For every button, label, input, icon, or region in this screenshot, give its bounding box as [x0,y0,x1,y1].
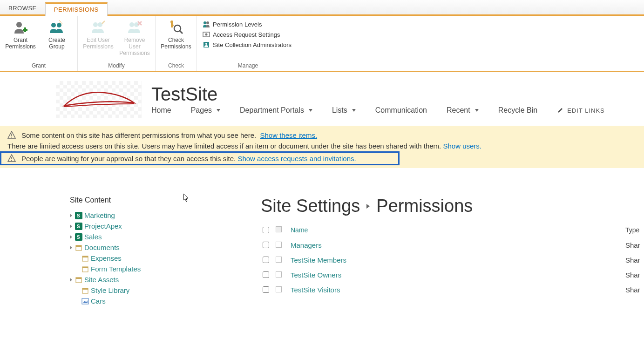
nav-lists[interactable]: Lists [332,106,356,115]
site-collection-admins-button[interactable]: Site Collection Administrators [203,41,291,48]
sidebar: Site Content SMarketingSProjectApexSSale… [70,196,219,306]
sidebar-item-projectapex[interactable]: SProjectApex [70,221,219,231]
column-header-name[interactable]: Name [291,226,619,234]
row-checkbox[interactable] [263,286,269,293]
expand-caret-icon[interactable] [70,246,72,250]
nav-recycle-label: Recycle Bin [498,106,537,115]
row-edit-icon[interactable] [276,286,282,292]
sidebar-tree: SMarketingSProjectApexSSalesDocumentsExp… [70,210,219,306]
add-user-icon [13,20,28,35]
row-edit-icon[interactable] [276,257,282,263]
top-nav: Home Pages Department Portals Lists Comm… [151,106,644,115]
group-name-link[interactable]: TestSite Visitors [291,286,619,294]
permission-row: TestSite VisitorsShar [261,282,644,297]
group-name-link[interactable]: TestSite Owners [291,271,619,279]
row-edit-icon[interactable] [276,242,282,248]
show-users-link[interactable]: Show users. [443,142,481,150]
row-checkbox[interactable] [263,257,269,263]
notif-limited-access: There are limited access users on this s… [7,141,637,151]
sidebar-item-documents[interactable]: Documents [70,242,219,253]
sidebar-item-label: Form Templates [91,265,141,273]
nav-pages[interactable]: Pages [191,106,220,115]
sidebar-item-site-assets[interactable]: Site Assets [70,274,219,285]
sidebar-item-style-library[interactable]: Style Library [70,285,219,296]
svg-point-17 [206,21,209,24]
expand-caret-icon[interactable] [70,235,72,239]
select-all-checkbox[interactable] [263,227,269,233]
sidebar-item-form-templates[interactable]: Form Templates [70,264,219,274]
users-small-icon [203,20,210,28]
nav-home[interactable]: Home [151,106,171,115]
sidebar-item-cars[interactable]: Cars [70,296,219,306]
nav-communication[interactable]: Communication [375,106,427,115]
group-type: Shar [625,286,644,294]
access-request-settings-label: Access Request Settings [213,31,280,38]
row-checkbox[interactable] [263,242,269,248]
expand-caret-icon[interactable] [70,224,72,228]
sidebar-item-sales[interactable]: SSales [70,231,219,242]
check-permissions-label: Check Permissions [159,37,193,50]
ribbon-group-grant: Grant Permissions Create Group Grant [0,16,78,71]
svg-point-5 [93,22,98,27]
svg-text:S: S [77,224,80,229]
permission-levels-button[interactable]: Permission Levels [203,20,291,28]
svg-point-7 [129,22,134,27]
sidebar-item-label: Cars [91,297,106,305]
group-name-link[interactable]: TestSite Members [291,256,619,264]
svg-rect-37 [82,267,88,268]
chevron-down-icon [217,109,220,112]
notif-line3-text: People are waiting for your approval so … [21,155,236,162]
site-logo[interactable] [56,81,142,118]
sidebar-item-label: Site Assets [84,276,119,284]
svg-point-12 [170,20,173,23]
notif-pending-approval: People are waiting for your approval so … [0,151,400,165]
sidebar-item-expenses[interactable]: Expenses [70,253,219,264]
row-checkbox[interactable] [263,271,269,278]
svg-point-21 [205,43,207,45]
nav-recycle-bin[interactable]: Recycle Bin [498,106,537,115]
ribbon-group-modify-label: Modify [81,61,151,71]
nav-department-portals[interactable]: Department Portals [240,106,312,115]
svg-rect-41 [82,288,88,290]
group-name-link[interactable]: Managers [291,241,619,249]
key-search-icon [168,20,184,35]
create-group-label: Create Group [40,37,74,50]
svg-point-14 [174,25,181,32]
svg-rect-33 [76,245,81,247]
ribbon-group-manage-label: Manage [201,61,295,71]
show-these-items-link[interactable]: Show these items. [260,131,318,139]
svg-rect-35 [82,256,88,257]
site-header: TestSite Home Pages Department Portals L… [0,72,644,126]
nav-recent[interactable]: Recent [447,106,479,115]
access-request-settings-button[interactable]: Access Request Settings [203,31,291,38]
sidebar-title: Site Content [70,196,219,204]
grant-permissions-button[interactable]: Grant Permissions [4,18,37,50]
sidebar-item-label: Expenses [91,254,122,262]
create-group-button[interactable]: Create Group [40,18,74,50]
breadcrumb-site-settings[interactable]: Site Settings [261,196,360,216]
grant-permissions-label: Grant Permissions [4,37,37,50]
edit-links-button[interactable]: EDIT LINKS [557,107,605,114]
svg-point-3 [51,23,56,27]
svg-text:S: S [77,235,80,240]
tab-browse[interactable]: BROWSE [0,1,45,14]
expand-caret-icon[interactable] [70,278,72,282]
settings-small-icon [203,31,210,38]
nav-communication-label: Communication [375,106,427,115]
svg-rect-2 [24,27,26,32]
row-edit-icon[interactable] [276,271,282,278]
column-header-type[interactable]: Type [625,226,644,234]
sidebar-item-marketing[interactable]: SMarketing [70,210,219,221]
site-collection-admins-label: Site Collection Administrators [213,41,291,48]
show-access-requests-link[interactable]: Show access requests and invitations. [237,155,356,162]
svg-point-23 [11,137,12,138]
notification-banner: Some content on this site has different … [0,126,644,168]
check-permissions-button[interactable]: Check Permissions [159,18,193,50]
admin-small-icon [203,41,210,48]
permissions-table: Name Type ManagersSharTestSite MembersSh… [261,223,644,297]
ribbon-group-grant-label: Grant [4,61,74,71]
tab-permissions[interactable]: PERMISSIONS [45,2,108,16]
expand-caret-icon[interactable] [70,214,72,217]
remove-user-permissions-button: Remove User Permissions [118,18,151,56]
edit-user-permissions-label: Edit User Permissions [81,37,115,50]
